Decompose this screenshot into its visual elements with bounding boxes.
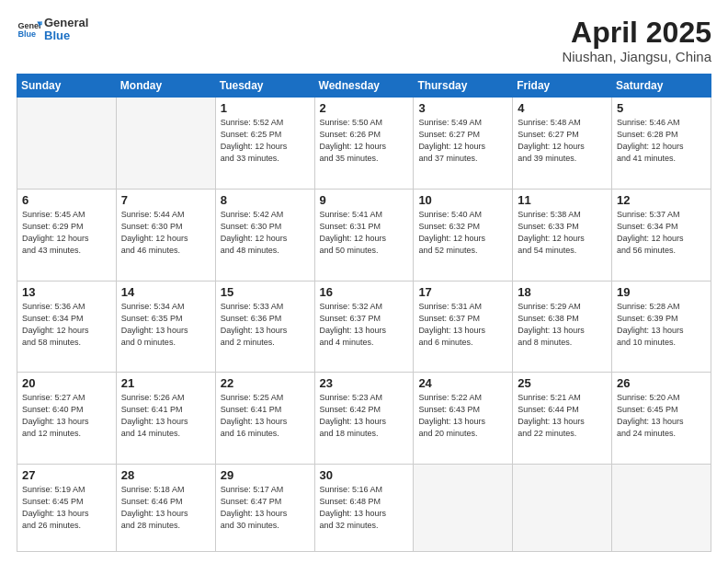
calendar-row: 20Sunrise: 5:27 AM Sunset: 6:40 PM Dayli…	[17, 373, 711, 465]
title-block: April 2025 Niushan, Jiangsu, China	[562, 17, 711, 64]
table-row: 1Sunrise: 5:52 AM Sunset: 6:25 PM Daylig…	[215, 98, 314, 190]
table-row	[116, 98, 215, 190]
svg-text:Blue: Blue	[17, 30, 36, 40]
calendar-row: 6Sunrise: 5:45 AM Sunset: 6:29 PM Daylig…	[17, 189, 711, 281]
day-number: 24	[418, 376, 507, 390]
day-number: 22	[221, 376, 310, 390]
table-row: 19Sunrise: 5:28 AM Sunset: 6:39 PM Dayli…	[612, 281, 711, 373]
day-number: 21	[121, 376, 210, 390]
day-info: Sunrise: 5:19 AM Sunset: 6:45 PM Dayligh…	[22, 484, 111, 532]
day-number: 13	[22, 285, 111, 299]
day-number: 7	[121, 193, 210, 207]
table-row: 7Sunrise: 5:44 AM Sunset: 6:30 PM Daylig…	[116, 189, 215, 281]
day-number: 30	[320, 468, 409, 482]
table-row: 20Sunrise: 5:27 AM Sunset: 6:40 PM Dayli…	[17, 373, 117, 465]
main-title: April 2025	[562, 17, 711, 49]
subtitle: Niushan, Jiangsu, China	[562, 49, 711, 64]
day-number: 29	[221, 468, 310, 482]
day-info: Sunrise: 5:18 AM Sunset: 6:46 PM Dayligh…	[121, 484, 210, 532]
table-row: 9Sunrise: 5:41 AM Sunset: 6:31 PM Daylig…	[314, 189, 414, 281]
logo-general-text: General	[44, 17, 88, 29]
table-row: 28Sunrise: 5:18 AM Sunset: 6:46 PM Dayli…	[116, 464, 215, 551]
page: General Blue General Blue April 2025 Niu…	[0, 0, 728, 563]
table-row: 24Sunrise: 5:22 AM Sunset: 6:43 PM Dayli…	[414, 373, 513, 465]
day-info: Sunrise: 5:17 AM Sunset: 6:47 PM Dayligh…	[221, 484, 310, 532]
day-number: 23	[320, 376, 409, 390]
day-info: Sunrise: 5:40 AM Sunset: 6:32 PM Dayligh…	[418, 209, 507, 257]
day-info: Sunrise: 5:44 AM Sunset: 6:30 PM Dayligh…	[121, 209, 210, 257]
day-info: Sunrise: 5:48 AM Sunset: 6:27 PM Dayligh…	[518, 117, 607, 165]
header-thursday: Thursday	[414, 75, 513, 98]
table-row: 23Sunrise: 5:23 AM Sunset: 6:42 PM Dayli…	[314, 373, 414, 465]
day-number: 12	[617, 193, 706, 207]
day-number: 19	[617, 285, 706, 299]
header-friday: Friday	[513, 75, 612, 98]
weekday-header-row: Sunday Monday Tuesday Wednesday Thursday…	[17, 75, 711, 98]
day-number: 16	[320, 285, 409, 299]
day-info: Sunrise: 5:28 AM Sunset: 6:39 PM Dayligh…	[617, 301, 706, 349]
table-row: 12Sunrise: 5:37 AM Sunset: 6:34 PM Dayli…	[612, 189, 711, 281]
table-row: 18Sunrise: 5:29 AM Sunset: 6:38 PM Dayli…	[513, 281, 612, 373]
table-row: 14Sunrise: 5:34 AM Sunset: 6:35 PM Dayli…	[116, 281, 215, 373]
header: General Blue General Blue April 2025 Niu…	[17, 17, 711, 64]
calendar-row: 1Sunrise: 5:52 AM Sunset: 6:25 PM Daylig…	[17, 98, 711, 190]
day-number: 20	[22, 376, 111, 390]
table-row: 10Sunrise: 5:40 AM Sunset: 6:32 PM Dayli…	[414, 189, 513, 281]
day-number: 9	[320, 193, 409, 207]
table-row: 22Sunrise: 5:25 AM Sunset: 6:41 PM Dayli…	[215, 373, 314, 465]
day-number: 26	[617, 376, 706, 390]
day-number: 2	[320, 101, 409, 115]
day-number: 3	[418, 101, 507, 115]
header-sunday: Sunday	[17, 75, 117, 98]
table-row: 16Sunrise: 5:32 AM Sunset: 6:37 PM Dayli…	[314, 281, 414, 373]
table-row: 13Sunrise: 5:36 AM Sunset: 6:34 PM Dayli…	[17, 281, 117, 373]
calendar-row: 13Sunrise: 5:36 AM Sunset: 6:34 PM Dayli…	[17, 281, 711, 373]
day-info: Sunrise: 5:42 AM Sunset: 6:30 PM Dayligh…	[221, 209, 310, 257]
logo-icon: General Blue	[17, 17, 42, 42]
day-info: Sunrise: 5:22 AM Sunset: 6:43 PM Dayligh…	[418, 392, 507, 440]
day-info: Sunrise: 5:23 AM Sunset: 6:42 PM Dayligh…	[320, 392, 409, 440]
logo-blue-text: Blue	[44, 29, 88, 42]
day-info: Sunrise: 5:41 AM Sunset: 6:31 PM Dayligh…	[320, 209, 409, 257]
day-number: 17	[418, 285, 507, 299]
day-info: Sunrise: 5:16 AM Sunset: 6:48 PM Dayligh…	[320, 484, 409, 532]
table-row: 27Sunrise: 5:19 AM Sunset: 6:45 PM Dayli…	[17, 464, 117, 551]
day-info: Sunrise: 5:36 AM Sunset: 6:34 PM Dayligh…	[22, 301, 111, 349]
table-row: 4Sunrise: 5:48 AM Sunset: 6:27 PM Daylig…	[513, 98, 612, 190]
day-info: Sunrise: 5:50 AM Sunset: 6:26 PM Dayligh…	[320, 117, 409, 165]
day-number: 8	[221, 193, 310, 207]
day-info: Sunrise: 5:52 AM Sunset: 6:25 PM Dayligh…	[221, 117, 310, 165]
calendar-table: Sunday Monday Tuesday Wednesday Thursday…	[17, 74, 711, 552]
table-row: 21Sunrise: 5:26 AM Sunset: 6:41 PM Dayli…	[116, 373, 215, 465]
header-saturday: Saturday	[612, 75, 711, 98]
day-number: 18	[518, 285, 607, 299]
day-info: Sunrise: 5:33 AM Sunset: 6:36 PM Dayligh…	[221, 301, 310, 349]
day-info: Sunrise: 5:21 AM Sunset: 6:44 PM Dayligh…	[518, 392, 607, 440]
day-info: Sunrise: 5:32 AM Sunset: 6:37 PM Dayligh…	[320, 301, 409, 349]
day-number: 10	[418, 193, 507, 207]
table-row	[414, 464, 513, 551]
day-info: Sunrise: 5:49 AM Sunset: 6:27 PM Dayligh…	[418, 117, 507, 165]
header-wednesday: Wednesday	[314, 75, 414, 98]
day-number: 1	[221, 101, 310, 115]
day-info: Sunrise: 5:31 AM Sunset: 6:37 PM Dayligh…	[418, 301, 507, 349]
table-row: 17Sunrise: 5:31 AM Sunset: 6:37 PM Dayli…	[414, 281, 513, 373]
day-info: Sunrise: 5:27 AM Sunset: 6:40 PM Dayligh…	[22, 392, 111, 440]
table-row	[17, 98, 117, 190]
day-info: Sunrise: 5:26 AM Sunset: 6:41 PM Dayligh…	[121, 392, 210, 440]
day-info: Sunrise: 5:38 AM Sunset: 6:33 PM Dayligh…	[518, 209, 607, 257]
day-number: 15	[221, 285, 310, 299]
table-row	[513, 464, 612, 551]
day-info: Sunrise: 5:29 AM Sunset: 6:38 PM Dayligh…	[518, 301, 607, 349]
table-row: 26Sunrise: 5:20 AM Sunset: 6:45 PM Dayli…	[612, 373, 711, 465]
day-info: Sunrise: 5:25 AM Sunset: 6:41 PM Dayligh…	[221, 392, 310, 440]
table-row: 3Sunrise: 5:49 AM Sunset: 6:27 PM Daylig…	[414, 98, 513, 190]
day-info: Sunrise: 5:34 AM Sunset: 6:35 PM Dayligh…	[121, 301, 210, 349]
table-row: 25Sunrise: 5:21 AM Sunset: 6:44 PM Dayli…	[513, 373, 612, 465]
table-row: 6Sunrise: 5:45 AM Sunset: 6:29 PM Daylig…	[17, 189, 117, 281]
day-number: 5	[617, 101, 706, 115]
header-tuesday: Tuesday	[215, 75, 314, 98]
logo: General Blue General Blue	[17, 17, 88, 43]
table-row: 8Sunrise: 5:42 AM Sunset: 6:30 PM Daylig…	[215, 189, 314, 281]
day-number: 4	[518, 101, 607, 115]
